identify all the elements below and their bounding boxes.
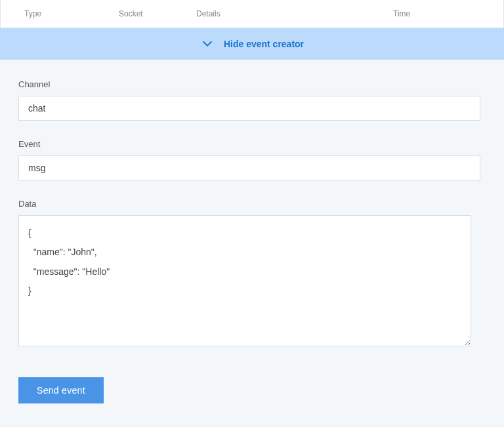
event-table-header: Type Socket Details Time [0,0,504,28]
data-field: Data [18,199,486,348]
event-label: Event [18,139,486,149]
send-event-button[interactable]: Send event [18,377,104,403]
chevron-down-icon [200,36,215,52]
hide-event-creator-toggle[interactable]: Hide event creator [0,28,504,60]
hide-event-creator-label: Hide event creator [224,39,304,49]
column-header-type: Type [1,9,119,18]
channel-label: Channel [18,79,486,89]
event-creator-form: Channel Event Data Send event [0,60,504,426]
data-textarea[interactable] [18,215,471,346]
event-field: Event [18,139,486,180]
column-header-socket: Socket [119,9,196,18]
channel-input[interactable] [18,96,480,121]
data-label: Data [18,199,486,209]
column-header-time: Time [393,9,503,18]
event-input[interactable] [18,155,480,180]
column-header-details: Details [196,9,393,18]
channel-field: Channel [18,79,486,121]
